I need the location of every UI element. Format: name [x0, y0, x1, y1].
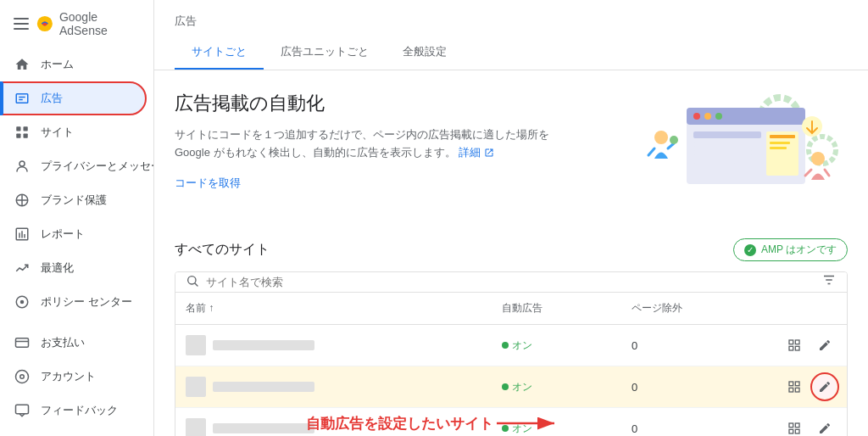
svg-rect-5: [24, 126, 28, 131]
svg-rect-35: [770, 142, 790, 144]
reports-icon: [14, 226, 31, 243]
banner-illustration: [593, 91, 848, 218]
sidebar-item-label-brand: ブランド保護: [41, 193, 107, 208]
col-auto-ads[interactable]: 自動広告: [492, 293, 621, 325]
col-actions: [772, 293, 847, 325]
sites-icon: [14, 124, 31, 141]
detail-link[interactable]: 詳細: [459, 146, 494, 159]
home-icon: [14, 56, 31, 73]
get-code-link[interactable]: コードを取得: [175, 176, 241, 191]
svg-rect-61: [795, 429, 799, 433]
svg-rect-6: [16, 134, 20, 138]
sidebar-item-label-feedback: フィードバック: [41, 403, 118, 418]
sidebar-item-privacy[interactable]: プライバシーとメッセージ: [0, 149, 147, 183]
menu-icon[interactable]: [14, 15, 29, 32]
svg-rect-51: [795, 340, 799, 344]
sidebar-item-label-home: ホーム: [41, 57, 74, 72]
sidebar-item-feedback[interactable]: フィードバック: [0, 394, 147, 428]
sidebar-item-brand[interactable]: ブランド保護: [0, 183, 147, 217]
page-excl-cell-3: 0: [621, 408, 772, 437]
edit-btn-1[interactable]: [813, 333, 837, 357]
sites-title: すべてのサイト: [175, 241, 270, 259]
table-icon-btn-2[interactable]: [782, 375, 806, 399]
adsense-logo-icon: [36, 14, 54, 34]
table-row: オン 0: [175, 408, 847, 437]
svg-point-37: [654, 131, 668, 144]
sidebar-item-home[interactable]: ホーム: [0, 48, 147, 81]
banner-text: 広告掲載の自動化 サイトにコードを１つ追加するだけで、ページ内の広告掲載に適した…: [175, 91, 581, 191]
sidebar-item-reports[interactable]: レポート: [0, 217, 147, 251]
svg-rect-36: [770, 147, 787, 149]
tab-general[interactable]: 全般設定: [386, 36, 464, 70]
table-row: オン 0: [175, 325, 847, 366]
status-on-2: オン: [502, 380, 611, 394]
edit-btn-2-highlighted[interactable]: [813, 375, 837, 399]
svg-rect-58: [789, 423, 793, 428]
svg-line-46: [195, 283, 198, 286]
svg-rect-57: [795, 388, 799, 392]
sidebar-nav: ホーム 広告 サ: [0, 48, 153, 428]
sidebar-item-label-reports: レポート: [41, 226, 85, 242]
svg-point-27: [704, 113, 711, 120]
actions-cell-2: [772, 366, 847, 408]
site-name-text-1: [213, 340, 314, 350]
search-input[interactable]: [206, 276, 821, 288]
adsense-logo: Google AdSense: [36, 10, 140, 37]
table-icon-btn-1[interactable]: [782, 333, 806, 357]
svg-rect-50: [789, 340, 793, 344]
site-name-text-2: [213, 382, 314, 392]
top-bar: 広告 サイトごと 広告ユニットごと 全般設定: [154, 0, 868, 70]
sidebar-item-label-privacy: プライバシーとメッセージ: [41, 159, 154, 174]
table-row: オン 0: [175, 366, 847, 408]
col-page-exclusions[interactable]: ページ除外: [621, 293, 772, 325]
svg-rect-7: [24, 134, 28, 138]
svg-rect-13: [19, 233, 20, 238]
col-name[interactable]: 名前 ↑: [175, 293, 492, 325]
status-dot-2: [502, 383, 509, 390]
sidebar-item-label-account: アカウント: [41, 369, 96, 384]
actions-cell-1: [772, 325, 847, 366]
svg-rect-1: [16, 94, 28, 103]
sidebar-item-payment[interactable]: お支払い: [0, 326, 147, 360]
status-dot-1: [502, 342, 509, 349]
filter-icon[interactable]: [821, 272, 837, 292]
sidebar-item-optimize[interactable]: 最適化: [0, 251, 147, 285]
svg-rect-59: [795, 423, 799, 428]
sidebar-item-sites[interactable]: サイト: [0, 115, 147, 149]
sidebar-item-label-ads: 広告: [41, 91, 63, 106]
account-icon: [14, 368, 31, 385]
policy-icon: [14, 293, 31, 310]
svg-line-38: [648, 148, 654, 155]
svg-point-8: [19, 161, 25, 166]
svg-rect-54: [789, 382, 793, 386]
sidebar-item-policy[interactable]: ポリシー センター: [0, 285, 147, 319]
svg-line-39: [668, 143, 674, 148]
sidebar-item-label-payment: お支払い: [41, 335, 85, 350]
table-icon-btn-3[interactable]: [782, 416, 806, 436]
svg-line-42: [805, 170, 811, 176]
sidebar-item-account[interactable]: アカウント: [0, 360, 147, 394]
amp-badge[interactable]: ✓ AMP はオンです: [733, 238, 848, 261]
svg-rect-29: [693, 131, 761, 138]
logo-text: Google AdSense: [59, 10, 140, 37]
sidebar-item-ads[interactable]: 広告: [0, 81, 147, 115]
tab-per-unit[interactable]: 広告ユニットごと: [264, 36, 386, 70]
site-name-cell-1: [175, 325, 492, 366]
svg-point-20: [20, 375, 25, 379]
banner-description: サイトにコードを１つ追加するだけで、ページ内の広告掲載に適した場所を Googl…: [175, 126, 581, 162]
svg-point-28: [715, 113, 722, 120]
svg-rect-56: [789, 388, 793, 392]
tab-per-site[interactable]: サイトごと: [175, 36, 264, 70]
svg-rect-15: [24, 234, 25, 238]
status-on-3: オン: [502, 422, 611, 436]
svg-point-17: [20, 300, 25, 305]
site-favicon-2: [186, 377, 206, 397]
site-name-cell-2: [175, 366, 492, 408]
svg-rect-32: [693, 159, 736, 164]
edit-btn-3[interactable]: [813, 416, 837, 436]
sites-table: 名前 ↑ 自動広告 ページ除外: [175, 293, 847, 436]
status-cell-1: オン: [492, 325, 621, 366]
svg-rect-4: [16, 126, 20, 131]
optimize-icon: [14, 260, 31, 277]
svg-rect-52: [789, 346, 793, 350]
